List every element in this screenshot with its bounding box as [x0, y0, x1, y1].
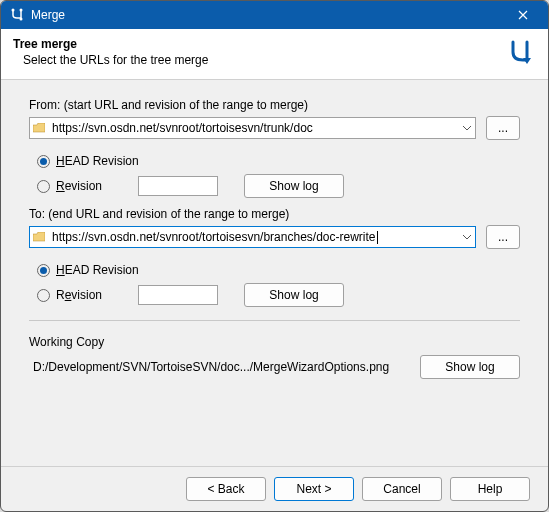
folder-icon — [30, 123, 48, 133]
wc-row: D:/Development/SVN/TortoiseSVN/doc.../Me… — [29, 355, 520, 379]
wizard-header: Tree merge Select the URLs for the tree … — [1, 29, 548, 80]
svg-point-1 — [20, 9, 23, 12]
to-head-radio-row[interactable]: HEAD Revision — [37, 259, 520, 281]
chevron-down-icon — [463, 235, 471, 240]
from-rev-radio[interactable] — [37, 180, 50, 193]
from-url-combo[interactable]: https://svn.osdn.net/svnroot/tortoisesvn… — [29, 117, 476, 139]
to-label: To: (end URL and revision of the range t… — [29, 207, 520, 221]
folder-icon — [30, 232, 48, 242]
from-label: From: (start URL and revision of the ran… — [29, 98, 520, 112]
from-rev-label: Revision — [56, 179, 102, 193]
to-url-combo[interactable]: https://svn.osdn.net/svnroot/tortoisesvn… — [29, 226, 476, 248]
next-button[interactable]: Next > — [274, 477, 354, 501]
merge-wizard-window: Merge Tree merge Select the URLs for the… — [0, 0, 549, 512]
close-button[interactable] — [506, 3, 540, 27]
wc-path: D:/Development/SVN/TortoiseSVN/doc.../Me… — [29, 360, 420, 374]
to-rev-radio-row[interactable]: Revision Show log — [37, 284, 520, 306]
to-url-dropdown[interactable] — [459, 227, 475, 247]
to-rev-radio[interactable] — [37, 289, 50, 302]
close-icon — [518, 10, 528, 20]
from-head-radio[interactable] — [37, 155, 50, 168]
from-head-label: HEAD Revision — [56, 154, 139, 168]
from-browse-button[interactable]: ... — [486, 116, 520, 140]
from-rev-radio-row[interactable]: Revision Show log — [37, 175, 520, 197]
svg-point-0 — [12, 9, 15, 12]
svg-point-2 — [20, 18, 23, 21]
from-showlog-button[interactable]: Show log — [244, 174, 344, 198]
to-rev-input[interactable] — [138, 285, 218, 305]
app-icon — [9, 7, 25, 23]
from-head-radio-row[interactable]: HEAD Revision — [37, 150, 520, 172]
chevron-down-icon — [463, 126, 471, 131]
to-head-radio[interactable] — [37, 264, 50, 277]
to-url-row: https://svn.osdn.net/svnroot/tortoisesvn… — [29, 225, 520, 249]
content: From: (start URL and revision of the ran… — [1, 80, 548, 466]
to-browse-button[interactable]: ... — [486, 225, 520, 249]
merge-icon — [504, 37, 536, 69]
cancel-button[interactable]: Cancel — [362, 477, 442, 501]
wc-showlog-button[interactable]: Show log — [420, 355, 520, 379]
from-url-text: https://svn.osdn.net/svnroot/tortoisesvn… — [48, 121, 459, 135]
divider — [29, 320, 520, 321]
wizard-title: Tree merge — [13, 37, 504, 51]
wizard-subtitle: Select the URLs for the tree merge — [23, 53, 504, 67]
to-rev-label: Revision — [56, 288, 102, 302]
to-url-text: https://svn.osdn.net/svnroot/tortoisesvn… — [48, 230, 459, 244]
wc-label: Working Copy — [29, 335, 520, 349]
wizard-footer: < Back Next > Cancel Help — [1, 466, 548, 511]
to-showlog-button[interactable]: Show log — [244, 283, 344, 307]
to-head-label: HEAD Revision — [56, 263, 139, 277]
back-button[interactable]: < Back — [186, 477, 266, 501]
from-url-dropdown[interactable] — [459, 118, 475, 138]
titlebar: Merge — [1, 1, 548, 29]
help-button[interactable]: Help — [450, 477, 530, 501]
from-rev-input[interactable] — [138, 176, 218, 196]
wizard-header-text: Tree merge Select the URLs for the tree … — [13, 37, 504, 67]
window-title: Merge — [31, 8, 506, 22]
from-url-row: https://svn.osdn.net/svnroot/tortoisesvn… — [29, 116, 520, 140]
